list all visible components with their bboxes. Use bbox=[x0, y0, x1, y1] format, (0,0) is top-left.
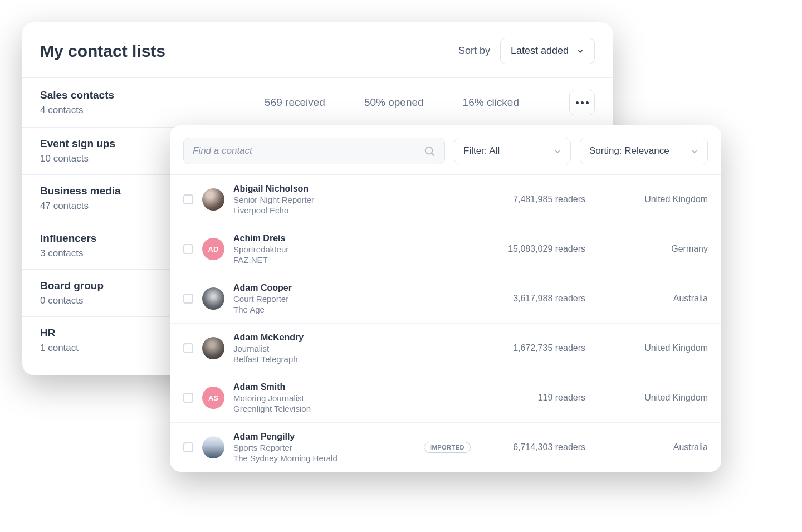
contact-country: United Kingdom bbox=[613, 194, 708, 204]
contact-country: Germany bbox=[613, 244, 708, 254]
row-checkbox[interactable] bbox=[183, 294, 193, 304]
chevron-down-icon bbox=[554, 147, 561, 155]
metric-received: 569 received bbox=[265, 96, 325, 109]
contacts-toolbar: Filter: All Sorting: Relevance bbox=[170, 125, 721, 175]
contact-info: Adam CooperCourt ReporterThe Age bbox=[233, 283, 406, 314]
sort-group: Sort by Latest added bbox=[458, 38, 595, 64]
avatar bbox=[202, 188, 224, 211]
contact-info: Adam PengillySports ReporterThe Sydney M… bbox=[233, 432, 406, 463]
contact-name: Adam Pengilly bbox=[233, 432, 406, 442]
contact-role: Journalist bbox=[233, 344, 406, 353]
contact-info: Abigail NicholsonSenior Night ReporterLi… bbox=[233, 184, 406, 215]
contact-rows: Abigail NicholsonSenior Night ReporterLi… bbox=[170, 175, 721, 472]
contact-readers: 15,083,029 readers bbox=[480, 244, 585, 254]
more-icon bbox=[576, 101, 589, 104]
row-checkbox[interactable] bbox=[183, 393, 193, 403]
contact-name: Adam Smith bbox=[233, 382, 406, 392]
contact-info: Adam McKendryJournalistBelfast Telegraph bbox=[233, 333, 406, 364]
sort-dropdown-value: Latest added bbox=[511, 45, 569, 57]
avatar: AS bbox=[202, 387, 224, 409]
contact-name: Abigail Nicholson bbox=[233, 184, 406, 194]
filter-dropdown[interactable]: Filter: All bbox=[454, 138, 571, 164]
contact-name: Adam McKendry bbox=[233, 333, 406, 343]
contact-readers: 3,617,988 readers bbox=[480, 294, 585, 304]
contact-info: Achim DreisSportredakteurFAZ.NET bbox=[233, 233, 406, 265]
contact-name: Adam Cooper bbox=[233, 283, 406, 293]
contact-role: Motoring Journalist bbox=[233, 393, 406, 403]
avatar bbox=[202, 287, 224, 310]
contact-role: Senior Night Reporter bbox=[233, 195, 406, 204]
contact-row[interactable]: Adam CooperCourt ReporterThe Age3,617,98… bbox=[170, 274, 721, 324]
metric-clicked: 16% clicked bbox=[463, 96, 519, 109]
contact-country: United Kingdom bbox=[613, 393, 708, 403]
avatar bbox=[202, 337, 224, 359]
sort-by-label: Sort by bbox=[458, 45, 490, 57]
metric-opened: 50% opened bbox=[364, 96, 424, 109]
contact-country: United Kingdom bbox=[613, 343, 708, 353]
contact-row[interactable]: ASAdam SmithMotoring JournalistGreenligh… bbox=[170, 373, 721, 423]
contacts-card: Filter: All Sorting: Relevance Abigail N… bbox=[170, 125, 721, 472]
search-icon bbox=[423, 145, 436, 157]
avatar: AD bbox=[202, 238, 224, 260]
search-wrap[interactable] bbox=[183, 138, 445, 164]
selected-list-metrics: 569 received 50% opened 16% clicked bbox=[265, 96, 519, 109]
sort-dropdown[interactable]: Latest added bbox=[500, 38, 595, 64]
sorting-dropdown[interactable]: Sorting: Relevance bbox=[580, 138, 708, 164]
page-title: My contact lists bbox=[40, 42, 165, 61]
avatar bbox=[202, 436, 224, 458]
chevron-down-icon bbox=[576, 47, 584, 55]
selected-list-name: Sales contacts bbox=[40, 89, 114, 101]
contact-row[interactable]: Adam McKendryJournalistBelfast Telegraph… bbox=[170, 324, 721, 373]
row-checkbox[interactable] bbox=[183, 442, 193, 452]
row-checkbox[interactable] bbox=[183, 343, 193, 353]
search-input[interactable] bbox=[193, 145, 423, 157]
selected-list-row[interactable]: Sales contacts 4 contacts 569 received 5… bbox=[22, 78, 613, 128]
contact-info: Adam SmithMotoring JournalistGreenlight … bbox=[233, 382, 406, 413]
svg-line-1 bbox=[432, 153, 434, 155]
contact-org: FAZ.NET bbox=[233, 255, 406, 265]
filter-dropdown-label: Filter: All bbox=[463, 145, 500, 157]
row-checkbox[interactable] bbox=[183, 244, 193, 254]
contact-row[interactable]: Adam PengillySports ReporterThe Sydney M… bbox=[170, 423, 721, 472]
contact-org: Belfast Telegraph bbox=[233, 354, 406, 364]
contact-org: The Sydney Morning Herald bbox=[233, 453, 406, 463]
contact-row[interactable]: Abigail NicholsonSenior Night ReporterLi… bbox=[170, 175, 721, 224]
badge-slot: IMPORTED bbox=[415, 442, 471, 453]
lists-header: My contact lists Sort by Latest added bbox=[22, 22, 613, 78]
selected-list-count: 4 contacts bbox=[40, 105, 114, 116]
chevron-down-icon bbox=[691, 147, 698, 155]
contact-org: Liverpool Echo bbox=[233, 206, 406, 215]
contact-role: Court Reporter bbox=[233, 294, 406, 304]
selected-list-summary: Sales contacts 4 contacts bbox=[40, 89, 114, 116]
contact-role: Sportredakteur bbox=[233, 245, 406, 254]
contact-role: Sports Reporter bbox=[233, 443, 406, 452]
contact-readers: 1,672,735 readers bbox=[480, 343, 585, 353]
contact-country: Australia bbox=[613, 442, 708, 452]
contact-readers: 7,481,985 readers bbox=[480, 194, 585, 204]
contact-org: The Age bbox=[233, 305, 406, 314]
more-actions-button[interactable] bbox=[569, 90, 595, 115]
sorting-dropdown-label: Sorting: Relevance bbox=[589, 145, 669, 157]
contact-org: Greenlight Television bbox=[233, 404, 406, 413]
svg-point-0 bbox=[426, 147, 433, 154]
row-checkbox[interactable] bbox=[183, 194, 193, 204]
contact-readers: 6,714,303 readers bbox=[480, 442, 585, 452]
imported-badge: IMPORTED bbox=[424, 442, 471, 453]
contact-readers: 119 readers bbox=[480, 393, 585, 403]
contact-row[interactable]: ADAchim DreisSportredakteurFAZ.NET15,083… bbox=[170, 224, 721, 274]
contact-name: Achim Dreis bbox=[233, 233, 406, 243]
contact-country: Australia bbox=[613, 294, 708, 304]
